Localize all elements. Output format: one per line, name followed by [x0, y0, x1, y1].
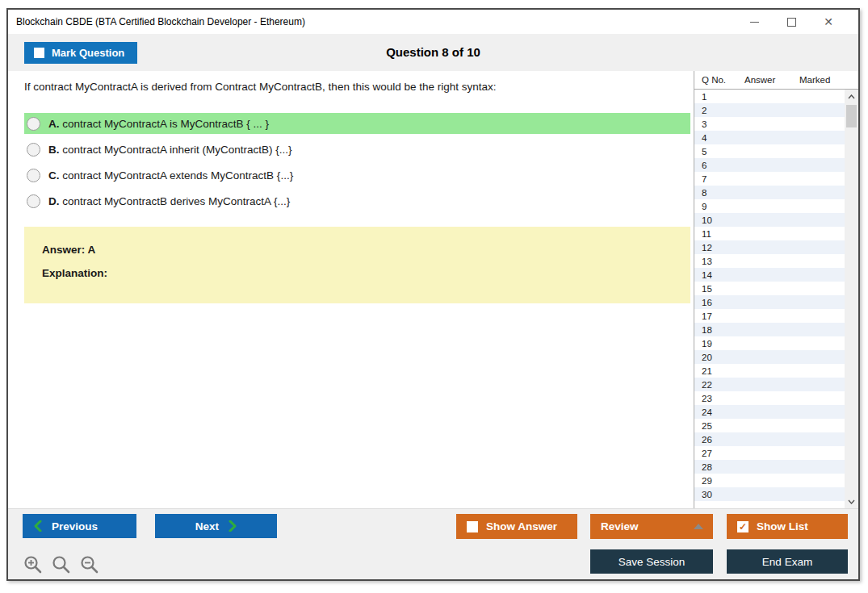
scrollbar-thumb[interactable]: [846, 105, 857, 127]
minimize-button[interactable]: [736, 11, 773, 32]
cell-qno: 12: [694, 243, 744, 253]
question-list-row[interactable]: 6: [694, 158, 845, 172]
question-list-row[interactable]: 26: [694, 432, 845, 446]
cell-qno: 7: [694, 174, 744, 184]
header-bar: Mark Question Question 8 of 10: [8, 34, 858, 71]
cell-qno: 1: [694, 92, 744, 102]
end-exam-label: End Exam: [762, 556, 812, 568]
question-list-row[interactable]: 2: [694, 103, 845, 117]
option-d-radio[interactable]: [27, 194, 40, 208]
question-list-scrollbar[interactable]: [845, 90, 858, 508]
zoom-reset-icon[interactable]: [51, 554, 72, 575]
footer-bar: Previous Next Show Answer Review ✓ Show …: [8, 508, 858, 579]
show-list-button[interactable]: ✓ Show List: [727, 514, 848, 539]
cell-qno: 30: [694, 490, 744, 499]
question-list-row[interactable]: 12: [694, 240, 845, 254]
option-a-body: contract MyContractA is MyContractB { ..…: [62, 118, 269, 130]
cell-qno: 28: [694, 462, 744, 472]
minimize-icon: [750, 22, 759, 23]
next-button[interactable]: Next: [155, 514, 277, 538]
cell-qno: 8: [694, 188, 744, 198]
question-list-row[interactable]: 19: [694, 336, 845, 350]
question-list-row[interactable]: 22: [694, 378, 845, 391]
option-b-body: contract MyContractA inherit (MyContract…: [62, 144, 291, 156]
question-list-row[interactable]: 28: [694, 460, 845, 474]
question-list-row[interactable]: 16: [694, 295, 845, 309]
question-list-header: Q No. Answer Marked: [694, 71, 858, 90]
question-list-row[interactable]: 29: [694, 474, 845, 487]
column-answer: Answer: [744, 75, 799, 85]
option-c-body: contract MyContractA extends MyContractB…: [62, 169, 293, 182]
show-answer-checkbox[interactable]: [467, 521, 478, 532]
question-list-row[interactable]: 1: [694, 90, 845, 103]
option-d[interactable]: D. contract MyContractB derives MyContra…: [24, 190, 690, 211]
option-d-letter: D.: [48, 195, 60, 207]
column-marked: Marked: [799, 75, 845, 85]
cell-qno: 5: [694, 147, 744, 157]
question-list-row[interactable]: 7: [694, 172, 845, 186]
zoom-toolbar: [23, 554, 100, 575]
cell-qno: 3: [694, 119, 744, 129]
question-list-body-wrap: 1234567891011121314151617181920212223242…: [694, 90, 858, 508]
scroll-up-icon[interactable]: [845, 90, 858, 103]
scroll-down-icon[interactable]: [845, 495, 858, 508]
save-session-button[interactable]: Save Session: [590, 549, 713, 574]
question-list-row[interactable]: 21: [694, 364, 845, 378]
question-list-row[interactable]: 10: [694, 213, 845, 227]
option-b[interactable]: B. contract MyContractA inherit (MyContr…: [24, 139, 690, 160]
question-list-row[interactable]: 15: [694, 282, 845, 295]
question-list-row[interactable]: 27: [694, 446, 845, 460]
question-list-body: 1234567891011121314151617181920212223242…: [694, 90, 845, 508]
question-text: If contract MyContractA is derived from …: [24, 81, 686, 93]
question-list-row[interactable]: 14: [694, 268, 845, 282]
question-list-row[interactable]: 3: [694, 117, 845, 131]
question-list-row[interactable]: 5: [694, 144, 845, 158]
review-label: Review: [601, 520, 639, 532]
mark-question-button[interactable]: Mark Question: [24, 42, 137, 64]
close-button[interactable]: ✕: [810, 11, 847, 32]
question-list-row[interactable]: 24: [694, 405, 845, 419]
end-exam-button[interactable]: End Exam: [727, 549, 848, 574]
maximize-button[interactable]: [773, 11, 810, 32]
cell-qno: 25: [694, 421, 744, 431]
previous-button[interactable]: Previous: [23, 514, 136, 538]
cell-qno: 22: [694, 380, 744, 390]
cell-qno: 14: [694, 270, 744, 280]
option-a-text: A. contract MyContractA is MyContractB {…: [48, 118, 269, 130]
cell-qno: 23: [694, 394, 744, 403]
title-bar: Blockchain CBDE (BTA Certified Blockchai…: [8, 10, 858, 34]
option-c-letter: C.: [48, 169, 60, 182]
question-list-row[interactable]: 23: [694, 391, 845, 405]
explanation-label: Explanation:: [42, 267, 690, 279]
question-list-row[interactable]: 17: [694, 309, 845, 323]
close-icon: ✕: [824, 16, 833, 27]
show-list-label: Show List: [757, 520, 808, 532]
zoom-out-icon[interactable]: [79, 554, 100, 575]
option-a-radio[interactable]: [27, 117, 40, 131]
show-answer-button[interactable]: Show Answer: [456, 514, 577, 539]
chevron-left-icon: [34, 520, 42, 532]
zoom-in-icon[interactable]: [23, 554, 44, 575]
option-c[interactable]: C. contract MyContractA extends MyContra…: [24, 165, 690, 186]
mark-question-checkbox[interactable]: [34, 48, 44, 58]
cell-qno: 24: [694, 407, 744, 417]
question-list-row[interactable]: 8: [694, 186, 845, 199]
question-list-row[interactable]: 20: [694, 350, 845, 364]
answer-label: Answer: A: [42, 244, 690, 256]
question-list-row[interactable]: 13: [694, 254, 845, 268]
question-list-row[interactable]: 25: [694, 419, 845, 432]
question-list-row[interactable]: 11: [694, 227, 845, 240]
caret-up-icon: [694, 524, 703, 529]
question-list-row[interactable]: 4: [694, 131, 845, 144]
option-a[interactable]: A. contract MyContractA is MyContractB {…: [24, 113, 690, 134]
question-list-row[interactable]: 18: [694, 323, 845, 336]
answer-box: Answer: A Explanation:: [24, 227, 690, 303]
question-list-row[interactable]: 30: [694, 487, 845, 501]
option-c-radio[interactable]: [27, 169, 40, 182]
option-b-radio[interactable]: [27, 143, 40, 157]
review-dropdown[interactable]: Review: [590, 514, 713, 539]
question-list-row[interactable]: 9: [694, 199, 845, 213]
cell-qno: 20: [694, 353, 744, 362]
show-list-checkbox[interactable]: ✓: [737, 521, 748, 532]
show-answer-label: Show Answer: [486, 520, 557, 532]
